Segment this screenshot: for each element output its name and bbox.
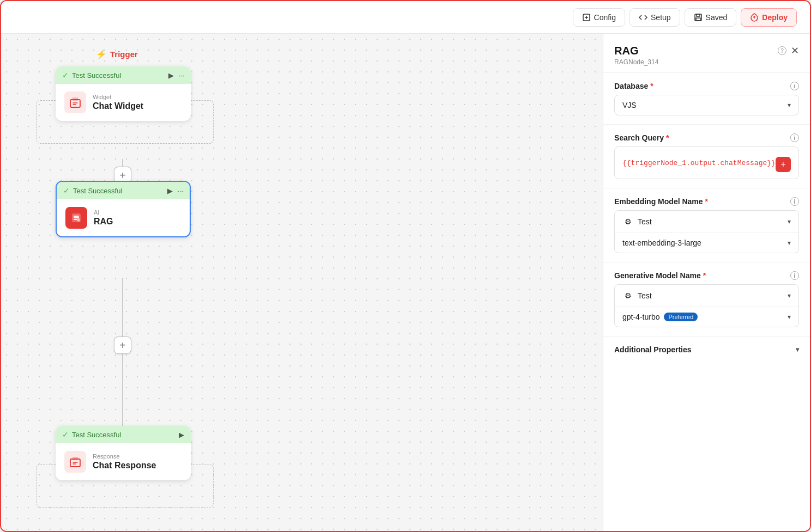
rag-node-info: AI RAG xyxy=(94,209,113,227)
additional-properties-section[interactable]: Additional Properties ▾ xyxy=(603,337,810,363)
generative-provider-dropdown[interactable]: ⚙ Test ▾ xyxy=(615,285,798,307)
code-icon xyxy=(639,13,647,22)
setup-button[interactable]: Setup xyxy=(630,8,680,27)
generative-label-left: Generative Model Name * xyxy=(614,271,706,280)
response-node-header: ✓ Test Successful ▶ xyxy=(56,426,191,443)
embedding-label-left: Embedding Model Name * xyxy=(614,197,708,206)
widget-title: Chat Widget xyxy=(93,101,143,111)
response-play-icon[interactable]: ▶ xyxy=(179,431,184,439)
generative-model-dropdown[interactable]: gpt-4-turbo Preferred ▾ xyxy=(615,307,798,327)
rag-type: AI xyxy=(94,209,113,216)
panel-help-icon[interactable]: ? xyxy=(778,46,786,55)
search-query-label-left: Search Query * xyxy=(614,133,669,142)
svg-point-7 xyxy=(77,218,80,222)
database-section: Database * i VJS ▾ xyxy=(603,73,810,125)
lightning-icon: ⚡ xyxy=(96,49,107,59)
response-check-icon: ✓ xyxy=(62,430,69,439)
add-node-btn-2[interactable]: + xyxy=(114,337,131,354)
right-panel: RAG RAGNode_314 ? ✕ Database * i xyxy=(603,34,810,531)
generative-info-icon[interactable]: i xyxy=(790,271,799,280)
save-icon xyxy=(694,13,703,22)
embedding-provider-value: Test xyxy=(638,217,652,226)
database-required: * xyxy=(650,82,653,90)
response-node-body: Response Chat Response xyxy=(56,443,191,480)
additional-props-chevron: ▾ xyxy=(796,346,799,353)
rag-header-actions: ▶ ··· xyxy=(167,187,183,195)
search-query-box[interactable]: {{triggerNode_1.output.chatMessage}} + xyxy=(614,146,799,179)
rag-play-icon[interactable]: ▶ xyxy=(167,187,173,195)
svg-rect-9 xyxy=(72,457,78,460)
more-icon[interactable]: ··· xyxy=(178,71,184,80)
panel-subtitle: RAGNode_314 xyxy=(614,58,658,66)
database-field-label: Database * i xyxy=(614,82,799,90)
database-value: VJS xyxy=(622,101,637,109)
response-header-actions: ▶ xyxy=(179,431,184,439)
search-query-value: {{triggerNode_1.output.chatMessage}} xyxy=(622,159,776,167)
generative-model-value: gpt-4-turbo xyxy=(622,313,659,321)
rag-status-text: Test Successful xyxy=(73,187,122,195)
response-title: Chat Response xyxy=(93,461,156,470)
embedding-provider-chevron: ▾ xyxy=(788,218,791,225)
rag-node-body: AI RAG xyxy=(57,199,190,236)
generative-model-chevron: ▾ xyxy=(788,313,791,321)
widget-node[interactable]: ✓ Test Successful ▶ ··· xyxy=(56,66,191,121)
svg-rect-8 xyxy=(70,459,80,467)
search-query-label-text: Search Query xyxy=(614,133,664,142)
embedding-required: * xyxy=(705,197,708,206)
svg-rect-5 xyxy=(72,97,78,101)
rag-node[interactable]: ✓ Test Successful ▶ ··· xyxy=(56,181,191,237)
generative-provider-left: ⚙ Test xyxy=(622,290,652,301)
database-chevron: ▾ xyxy=(788,101,791,109)
panel-close-icon[interactable]: ✕ xyxy=(791,45,799,57)
embedding-info-icon[interactable]: i xyxy=(790,197,799,206)
saved-button[interactable]: Saved xyxy=(685,8,737,27)
widget-type: Widget xyxy=(93,94,143,100)
embedding-label-text: Embedding Model Name xyxy=(614,197,703,206)
database-label-text: Database xyxy=(614,82,648,90)
panel-header: RAG RAGNode_314 ? ✕ xyxy=(603,34,810,73)
rag-more-icon[interactable]: ··· xyxy=(177,187,183,195)
add-variable-button[interactable]: + xyxy=(776,157,791,172)
trigger-label: ⚡ Trigger xyxy=(96,49,138,59)
play-icon[interactable]: ▶ xyxy=(168,71,174,80)
deploy-button[interactable]: Deploy xyxy=(741,8,797,27)
widget-node-body: Widget Chat Widget xyxy=(56,84,191,121)
widget-status-left: ✓ Test Successful xyxy=(62,71,121,80)
canvas-area[interactable]: ⚡ Trigger ✓ Test Successful ▶ ··· xyxy=(1,34,603,531)
embedding-model-value: text-embedding-3-large xyxy=(622,239,701,247)
generative-field-label: Generative Model Name * i xyxy=(614,271,799,280)
embedding-provider-dropdown[interactable]: ⚙ Test ▾ xyxy=(615,211,798,233)
generative-provider-value: Test xyxy=(638,291,652,300)
response-status-left: ✓ Test Successful xyxy=(62,430,121,439)
check-icon: ✓ xyxy=(62,71,69,80)
database-dropdown[interactable]: VJS ▾ xyxy=(614,95,799,115)
search-query-required: * xyxy=(666,133,669,142)
search-query-info-icon[interactable]: i xyxy=(790,133,799,142)
database-info-icon[interactable]: i xyxy=(790,82,799,90)
widget-status-text: Test Successful xyxy=(72,71,121,80)
embedding-field-label: Embedding Model Name * i xyxy=(614,197,799,206)
top-nav: Config Setup Saved Deploy xyxy=(1,1,810,34)
deploy-label: Deploy xyxy=(762,13,788,22)
panel-title-group: RAG RAGNode_314 xyxy=(614,45,658,66)
svg-rect-4 xyxy=(70,100,80,107)
response-status-text: Test Successful xyxy=(72,431,121,439)
embedding-model-dropdown[interactable]: text-embedding-3-large ▾ xyxy=(615,233,798,253)
generative-model-left: gpt-4-turbo Preferred xyxy=(622,313,698,321)
database-label-left: Database * xyxy=(614,82,653,90)
widget-icon-wrap xyxy=(64,91,86,113)
config-button[interactable]: Config xyxy=(573,8,625,27)
response-node-info: Response Chat Response xyxy=(93,453,156,470)
widget-icon xyxy=(69,96,81,108)
response-node[interactable]: ✓ Test Successful ▶ xyxy=(56,426,191,480)
rag-icon-wrap xyxy=(65,207,87,229)
deploy-icon xyxy=(750,13,759,22)
rag-icon xyxy=(70,212,82,224)
embedding-model-chevron: ▾ xyxy=(788,239,791,247)
widget-node-info: Widget Chat Widget xyxy=(93,94,143,111)
rag-status-left: ✓ Test Successful xyxy=(63,186,122,195)
search-query-section: Search Query * i {{triggerNode_1.output.… xyxy=(603,125,810,188)
openai-gen-provider-icon: ⚙ xyxy=(622,290,633,301)
panel-header-actions: ? ✕ xyxy=(778,45,799,57)
trigger-text: Trigger xyxy=(110,50,138,59)
